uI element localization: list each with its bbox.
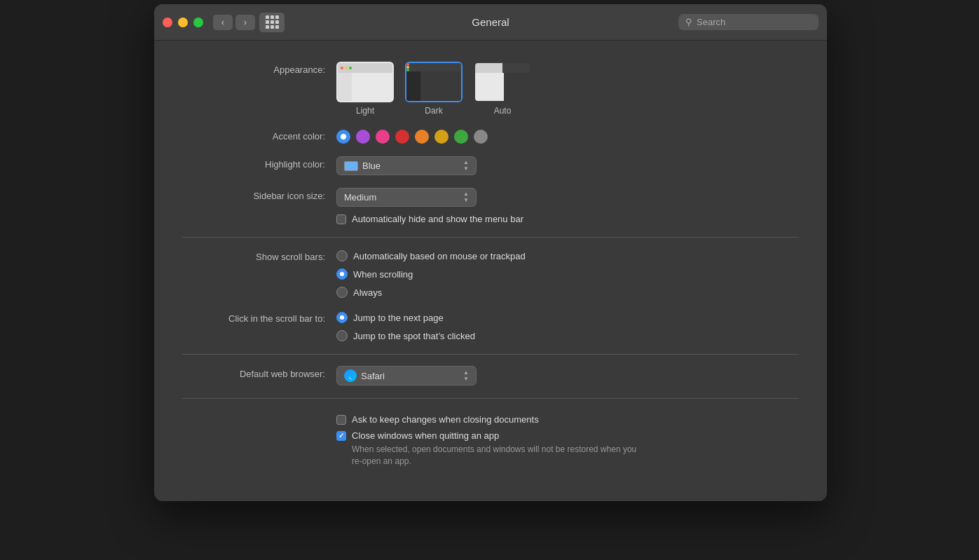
thumb-auto-titlebar [475, 63, 530, 73]
scroll-auto-row[interactable]: Automatically based on mouse or trackpad [336, 250, 799, 261]
click-scroll-bar-options: Jump to the next page Jump to the spot t… [336, 310, 799, 341]
accent-color-content [336, 128, 799, 144]
close-button[interactable] [163, 18, 172, 27]
arrow-up-size-icon: ▲ [463, 191, 469, 197]
highlight-color-content: Blue ▲ ▼ [336, 156, 799, 175]
appearance-row: Appearance: [182, 62, 799, 116]
close-docs-checkbox[interactable] [336, 415, 346, 425]
spot-clicked-label: Jump to the spot that’s clicked [353, 331, 475, 341]
scroll-when-scrolling-label: When scrolling [353, 269, 413, 280]
scroll-when-scrolling-row[interactable]: When scrolling [336, 268, 799, 280]
forward-button[interactable]: › [235, 15, 255, 30]
show-scroll-bars-label: Show scroll bars: [182, 249, 336, 262]
appearance-dark[interactable]: Dark [405, 62, 463, 116]
accent-orange[interactable] [415, 130, 429, 144]
arrow-down-browser-icon: ▼ [463, 376, 469, 382]
accent-graphite[interactable] [474, 130, 488, 144]
thumb-body-dark [406, 71, 461, 102]
checkmark-icon: ✓ [338, 432, 344, 439]
thumb-dot-yellow [345, 67, 348, 69]
show-scroll-bars-content: Automatically based on mouse or trackpad… [336, 249, 799, 298]
close-windows-checkbox-row: ✓ Close windows when quitting an app [336, 430, 799, 441]
sidebar-icon-size-dropdown[interactable]: Medium ▲ ▼ [336, 188, 477, 207]
thumb-dot-green [349, 67, 352, 69]
scroll-when-scrolling-radio[interactable] [336, 268, 348, 280]
next-page-radio[interactable] [336, 312, 348, 323]
close-windows-label: Close windows when quitting an app [352, 430, 499, 441]
thumb-titlebar [338, 63, 392, 73]
auto-hide-menu-bar-checkbox[interactable] [336, 214, 346, 224]
next-page-label: Jump to the next page [353, 313, 444, 323]
divider-2 [182, 354, 799, 355]
appearance-label: Appearance: [182, 62, 336, 75]
maximize-button[interactable] [193, 18, 203, 27]
thumb-body [338, 73, 392, 102]
traffic-lights [163, 18, 203, 27]
search-icon: ⚲ [685, 17, 692, 27]
click-scroll-bar-label: Click in the scroll bar to: [182, 310, 336, 324]
next-page-row[interactable]: Jump to the next page [336, 312, 799, 323]
divider-3 [182, 398, 799, 399]
dark-thumb [405, 62, 463, 102]
grid-view-button[interactable] [259, 13, 285, 32]
nav-buttons: ‹ › [213, 15, 255, 30]
spot-clicked-row[interactable]: Jump to the spot that’s clicked [336, 330, 799, 341]
close-docs-content: Ask to keep changes when closing documen… [336, 410, 799, 467]
appearance-auto[interactable]: Auto [474, 62, 531, 116]
safari-icon: ◟ [344, 369, 357, 382]
appearance-light[interactable]: Light [336, 62, 394, 116]
grid-icon [266, 15, 279, 29]
search-input[interactable] [697, 17, 812, 27]
thumb-auto-body [475, 73, 530, 102]
close-docs-row-label [182, 410, 336, 413]
arrow-down-size-icon: ▼ [463, 198, 469, 203]
close-windows-checkbox[interactable]: ✓ [336, 431, 346, 441]
back-button[interactable]: ‹ [213, 15, 233, 30]
spot-clicked-radio[interactable] [336, 330, 348, 341]
thumb-auto-dark [504, 73, 530, 102]
default-web-browser-label: Default web browser: [182, 366, 336, 379]
safari-dropdown-left: ◟ Safari [344, 369, 385, 382]
highlight-color-swatch [344, 161, 358, 171]
auto-label: Auto [494, 106, 512, 116]
accent-purple[interactable] [356, 130, 370, 144]
accent-pink[interactable] [376, 130, 390, 144]
accent-blue[interactable] [336, 130, 350, 144]
highlight-color-dropdown[interactable]: Blue ▲ ▼ [336, 156, 477, 175]
auto-hide-menu-bar-label: Automatically hide and show the menu bar [352, 214, 523, 224]
settings-content: Appearance: [154, 41, 827, 501]
light-label: Light [356, 106, 374, 116]
thumb-dot-red [341, 67, 343, 69]
dropdown-left: Blue [344, 161, 381, 171]
close-windows-subtext: When selected, open documents and window… [352, 444, 646, 467]
accent-red[interactable] [395, 130, 409, 144]
click-scroll-bar-row: Click in the scroll bar to: Jump to the … [182, 310, 799, 341]
sidebar-icon-size-label: Sidebar icon size: [182, 188, 336, 201]
accent-green[interactable] [454, 130, 468, 144]
accent-color-label: Accent color: [182, 128, 336, 142]
close-docs-row: Ask to keep changes when closing documen… [182, 410, 799, 467]
close-docs-label: Ask to keep changes when closing documen… [352, 414, 539, 425]
default-web-browser-row: Default web browser: ◟ Safari ▲ ▼ [182, 366, 799, 385]
dropdown-arrows-size: ▲ ▼ [463, 191, 469, 203]
default-web-browser-dropdown[interactable]: ◟ Safari ▲ ▼ [336, 366, 477, 385]
thumb-titlebar-dark [406, 63, 461, 71]
minimize-button[interactable] [178, 18, 188, 27]
light-thumb [336, 62, 394, 102]
scroll-always-radio[interactable] [336, 287, 348, 298]
arrow-down-icon: ▼ [463, 166, 469, 172]
window-title: General [472, 16, 509, 28]
scroll-auto-radio[interactable] [336, 250, 348, 261]
accent-yellow[interactable] [434, 130, 449, 144]
accent-color-row: Accent color: [182, 128, 799, 144]
search-box[interactable]: ⚲ [678, 14, 819, 30]
scroll-always-row[interactable]: Always [336, 287, 799, 298]
dropdown-arrows: ▲ ▼ [463, 160, 469, 172]
scroll-auto-label: Automatically based on mouse or trackpad [353, 251, 526, 261]
click-scroll-bar-content: Jump to the next page Jump to the spot t… [336, 310, 799, 341]
highlight-color-label: Highlight color: [182, 156, 336, 170]
appearance-content: Light [336, 62, 799, 116]
show-scroll-bars-options: Automatically based on mouse or trackpad… [336, 249, 799, 298]
arrow-up-icon: ▲ [463, 160, 469, 165]
accent-color-options [336, 128, 799, 144]
